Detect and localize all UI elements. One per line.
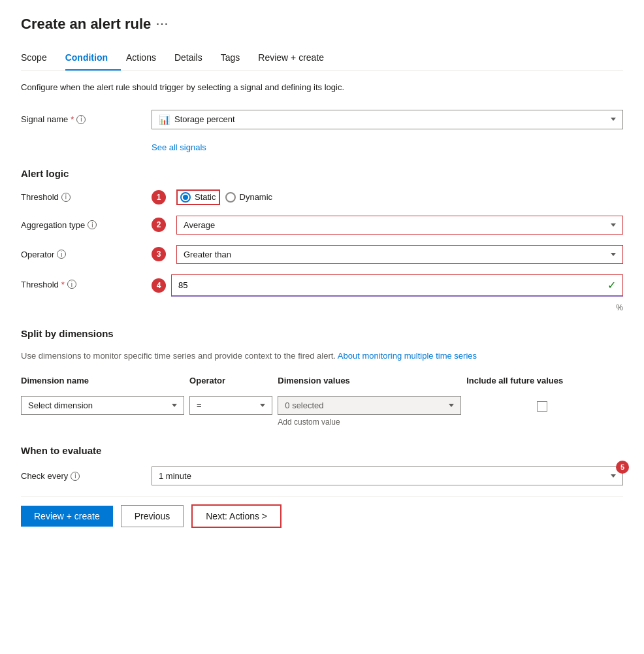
threshold-value-row: Threshold * i 4 85 ✓ %	[21, 274, 623, 312]
step-2-badge: 2	[152, 218, 166, 232]
operator-dropdown[interactable]: Greater than	[176, 245, 623, 264]
dim-values-header: Dimension values	[278, 373, 466, 391]
check-every-dropdown[interactable]: 1 minute 5	[152, 466, 623, 485]
operator-value: Greater than	[184, 250, 605, 259]
review-create-button[interactable]: Review + create	[21, 506, 113, 527]
unit-label: %	[152, 303, 623, 312]
operator-row: Operator i 3 Greater than	[21, 245, 623, 264]
threshold-type-row: Threshold i 1 Static Dynamic	[21, 189, 623, 205]
operator-chevron-icon	[611, 253, 616, 256]
dimensions-table: Dimension name Operator Dimension values…	[21, 373, 623, 429]
signal-name-label: Signal name * i	[21, 114, 152, 124]
next-actions-button[interactable]: Next: Actions >	[191, 504, 282, 528]
threshold-control-wrapper: 1 Static Dynamic	[152, 189, 623, 205]
ellipsis-menu[interactable]: ···	[156, 18, 169, 30]
previous-button[interactable]: Previous	[121, 505, 184, 527]
threshold-value-label: Threshold * i	[21, 274, 152, 289]
dimension-chevron-icon	[172, 404, 177, 407]
static-radio-inner	[183, 195, 188, 200]
aggregation-value: Average	[184, 220, 605, 230]
check-every-value: 1 minute	[159, 471, 605, 481]
threshold-value-info-icon[interactable]: i	[67, 280, 76, 289]
dynamic-radio-option[interactable]: Dynamic	[225, 192, 273, 203]
aggregation-info-icon[interactable]: i	[88, 220, 97, 229]
dim-future-header: Include all future values	[466, 373, 623, 391]
alert-logic-title: Alert logic	[21, 168, 623, 179]
alert-logic-section: Alert logic Threshold i 1 Static	[21, 168, 623, 312]
tab-scope[interactable]: Scope	[21, 46, 60, 71]
dim-operator-chevron-icon	[260, 404, 265, 407]
threshold-label: Threshold i	[21, 192, 152, 202]
dimension-operator-value: =	[197, 401, 255, 410]
split-by-section: Split by dimensions Use dimensions to mo…	[21, 328, 623, 430]
required-indicator: *	[71, 114, 74, 124]
signal-name-row: Signal name * i 📊 Storage percent	[21, 110, 623, 129]
aggregation-chevron-icon	[611, 223, 616, 227]
see-all-signals-link[interactable]: See all signals	[152, 142, 206, 152]
dimension-values-dropdown[interactable]: 0 selected	[278, 396, 461, 415]
threshold-value-wrapper: 4 85 ✓ %	[152, 274, 623, 312]
check-every-info-icon[interactable]: i	[71, 472, 80, 481]
tab-review-create[interactable]: Review + create	[258, 46, 337, 71]
aggregation-control-wrapper: 2 Average	[152, 216, 623, 235]
split-by-description: Use dimensions to monitor specific time …	[21, 350, 623, 363]
check-every-row: Check every i 1 minute 5	[21, 466, 623, 485]
step-1-badge: 1	[152, 190, 166, 204]
step-3-badge: 3	[152, 247, 166, 261]
signal-name-info-icon[interactable]: i	[76, 115, 86, 124]
include-future-cell	[466, 396, 618, 412]
page-title: Create an alert rule	[21, 16, 151, 33]
tab-condition[interactable]: Condition	[65, 46, 121, 71]
dimension-name-dropdown[interactable]: Select dimension	[21, 396, 184, 415]
static-radio-button[interactable]	[180, 192, 191, 203]
step-5-badge: 5	[616, 461, 629, 474]
chart-icon: 📊	[159, 114, 169, 125]
dimension-name-value: Select dimension	[28, 401, 167, 410]
dimension-operator-dropdown[interactable]: =	[189, 396, 272, 415]
dim-name-header: Dimension name	[21, 373, 189, 391]
dynamic-radio-button[interactable]	[225, 192, 236, 203]
tab-bar: Scope Condition Actions Details Tags Rev…	[21, 46, 623, 71]
check-every-label: Check every i	[21, 471, 152, 481]
when-evaluate-title: When to evaluate	[21, 445, 623, 456]
threshold-required-indicator: *	[61, 280, 65, 289]
signal-value: Storage percent	[174, 114, 605, 124]
aggregation-dropdown[interactable]: Average	[176, 216, 623, 235]
aggregation-type-row: Aggregation type i 2 Average	[21, 216, 623, 235]
tab-details[interactable]: Details	[174, 46, 216, 71]
operator-label: Operator i	[21, 250, 152, 259]
when-evaluate-section: When to evaluate Check every i 1 minute …	[21, 445, 623, 485]
signal-dropdown-wrapper: 📊 Storage percent	[152, 110, 623, 129]
operator-info-icon[interactable]: i	[57, 250, 66, 259]
chevron-down-icon	[611, 118, 616, 121]
tab-tags[interactable]: Tags	[221, 46, 253, 71]
static-radio-box: Static	[176, 189, 220, 205]
tab-actions[interactable]: Actions	[126, 46, 169, 71]
static-radio-option[interactable]: Static	[180, 192, 216, 203]
dim-operator-header: Operator	[189, 373, 278, 391]
table-row: Select dimension = 0 selected	[21, 391, 623, 429]
page-description: Configure when the alert rule should tri…	[21, 81, 623, 94]
step-4-badge: 4	[152, 278, 166, 293]
signal-name-dropdown[interactable]: 📊 Storage percent	[152, 110, 623, 129]
threshold-value-input[interactable]: 85	[178, 280, 602, 290]
threshold-info-icon[interactable]: i	[61, 193, 71, 202]
footer-bar: Review + create Previous Next: Actions >	[21, 496, 623, 536]
check-icon: ✓	[607, 279, 616, 291]
include-future-checkbox[interactable]	[537, 401, 547, 412]
static-label: Static	[195, 192, 216, 202]
dim-values-chevron-icon	[449, 404, 454, 407]
split-by-title: Split by dimensions	[21, 328, 623, 339]
threshold-input-wrapper: 85 ✓	[171, 274, 623, 297]
operator-control-wrapper: 3 Greater than	[152, 245, 623, 264]
monitoring-link[interactable]: About monitoring multiple time series	[338, 351, 477, 361]
add-custom-value-link[interactable]: Add custom value	[278, 415, 461, 427]
check-every-chevron-icon	[611, 474, 616, 478]
aggregation-type-label: Aggregation type i	[21, 220, 152, 230]
dimension-values-value: 0 selected	[285, 401, 443, 410]
dynamic-label: Dynamic	[240, 192, 273, 202]
